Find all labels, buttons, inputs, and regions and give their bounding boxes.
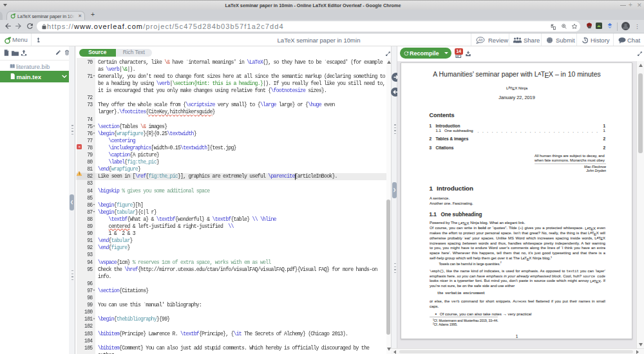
- svg-text:Ab: Ab: [478, 38, 483, 42]
- svg-text:!: !: [79, 172, 80, 176]
